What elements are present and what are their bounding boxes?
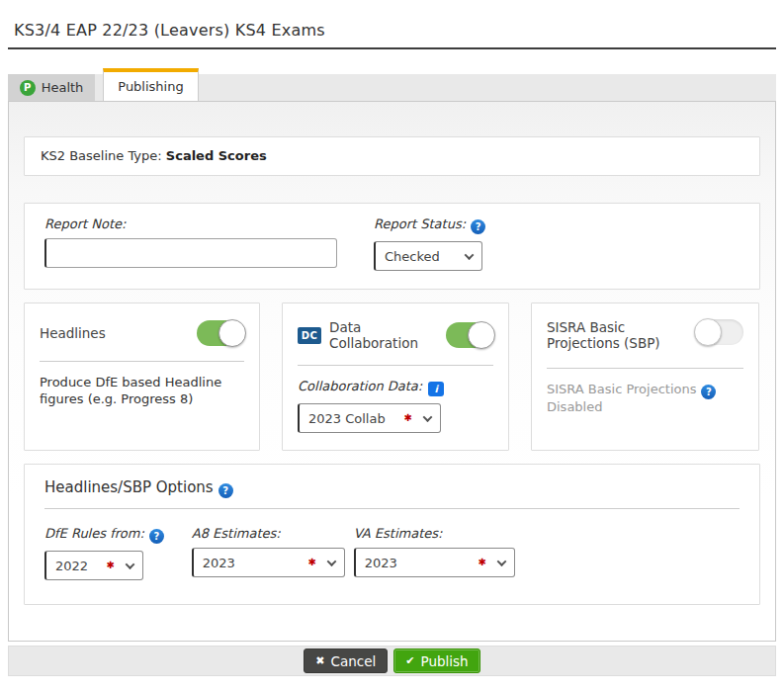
sbp-status-text: SISRA Basic Projections? Disabled [547,382,743,416]
a8-estimates-select[interactable]: 2023 ✱ [192,548,345,577]
dfe-rules-group: DfE Rules from:? 2022 ✱ [44,526,164,580]
dfe-rules-select[interactable]: 2022 ✱ [44,551,143,580]
a8-estimates-value: 2023 [203,556,305,570]
ks2-baseline-box: KS2 Baseline Type: Scaled Scores [24,136,760,176]
sbp-panel: SISRA Basic Projections (SBP) SISRA Basi… [531,302,759,451]
toggle-knob [694,318,722,346]
data-collaboration-toggle[interactable] [446,322,493,348]
page-header: KS3/4 EAP 22/23 (Leavers) KS4 Exams [0,0,784,47]
sbp-help-icon[interactable]: ? [701,385,716,399]
options-title: Headlines/SBP Options? [44,478,740,498]
report-note-input[interactable] [44,238,337,268]
va-estimates-label: VA Estimates: [354,526,515,541]
ks2-baseline-value: Scaled Scores [166,148,267,163]
chevron-down-icon [423,412,433,422]
tab-bar: P Health Publishing [8,64,776,101]
report-status-select[interactable]: Checked [374,241,482,271]
tab-health-label: Health [42,80,84,95]
va-estimates-select[interactable]: 2023 ✱ [354,548,515,577]
info-icon[interactable]: i [428,382,444,396]
options-divider [44,508,740,509]
action-bar: ✖Cancel ✔Publish [8,646,776,676]
required-asterisk: ✱ [404,413,412,423]
panel-divider [40,361,244,362]
dfe-rules-help-icon[interactable]: ? [149,529,164,544]
collaboration-data-label: Collaboration Data:i [298,379,493,396]
va-estimates-value: 2023 [365,556,475,570]
sbp-title: SISRA Basic Projections (SBP) [547,319,680,351]
a8-estimates-label: A8 Estimates: [192,526,345,541]
tab-publishing-label: Publishing [118,79,183,94]
required-asterisk: ✱ [478,558,485,567]
headlines-toggle[interactable] [197,320,244,346]
report-status-value: Checked [385,249,466,264]
options-fields-row: DfE Rules from:? 2022 ✱ A8 Estimates: 20… [44,526,740,580]
feature-panels-row: Headlines Produce DfE based Headline fig… [24,302,760,451]
toggle-knob [468,321,495,349]
chevron-down-icon [126,560,135,569]
publishing-tab-panel: KS2 Baseline Type: Scaled Scores Report … [8,101,776,642]
report-note-group: Report Note: [44,216,337,276]
dc-badge-icon: DC [298,327,321,344]
publish-button[interactable]: ✔Publish [393,648,479,673]
required-asterisk: ✱ [307,558,315,567]
panel-divider [547,368,743,369]
headlines-panel: Headlines Produce DfE based Headline fig… [24,302,260,451]
report-details-box: Report Note: Report Status:? Checked [24,203,760,290]
health-status-icon: P [20,80,36,96]
collaboration-data-select[interactable]: 2023 Collab ✱ [298,403,441,433]
publish-check-icon: ✔ [405,654,414,667]
a8-estimates-group: A8 Estimates: 2023 ✱ [192,526,345,580]
chevron-down-icon [326,557,336,566]
cancel-button[interactable]: ✖Cancel [304,648,388,673]
va-estimates-group: VA Estimates: 2023 ✱ [354,526,515,580]
dfe-rules-value: 2022 [55,559,103,573]
data-collaboration-header: DC Data Collaboration [298,319,493,351]
report-note-label: Report Note: [44,216,337,231]
tab-health[interactable]: P Health [8,74,95,101]
chevron-down-icon [496,557,506,566]
report-status-help-icon[interactable]: ? [471,219,485,234]
headlines-sbp-options-box: Headlines/SBP Options? DfE Rules from:? … [24,464,760,605]
sbp-toggle[interactable] [696,319,743,345]
collaboration-data-value: 2023 Collab [308,411,400,426]
report-status-group: Report Status:? Checked [374,216,485,276]
headlines-panel-header: Headlines [40,319,244,347]
tab-publishing[interactable]: Publishing [103,68,199,101]
chevron-down-icon [465,250,475,260]
toggle-knob [218,319,246,347]
cancel-x-icon: ✖ [315,654,324,667]
data-collaboration-title: Data Collaboration [329,319,438,351]
sbp-panel-header: SISRA Basic Projections (SBP) [547,319,743,351]
dfe-rules-label: DfE Rules from:? [44,526,164,544]
options-help-icon[interactable]: ? [218,483,233,498]
publish-setup-page: KS3/4 EAP 22/23 (Leavers) KS4 Exams P He… [0,0,784,691]
headlines-description: Produce DfE based Headline figures (e.g.… [40,375,244,408]
required-asterisk: ✱ [107,561,115,570]
report-status-label: Report Status:? [374,216,485,234]
title-divider [8,47,776,49]
panel-divider [298,365,493,366]
page-title: KS3/4 EAP 22/23 (Leavers) KS4 Exams [14,21,770,40]
ks2-baseline-label: KS2 Baseline Type: [41,148,166,163]
data-collaboration-panel: DC Data Collaboration Collaboration Data… [282,302,509,451]
headlines-title: Headlines [40,325,106,341]
